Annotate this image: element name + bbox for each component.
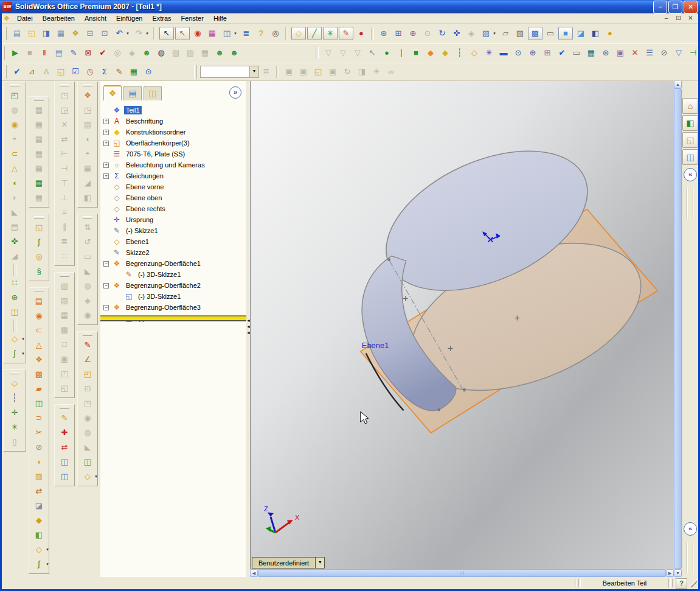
- curve-dropdown-icon[interactable]: ∫▾: [8, 346, 21, 361]
- filter-planes-icon[interactable]: ◇: [468, 47, 481, 59]
- feature-tree-item[interactable]: −❖Begrenzung-Oberfläche3: [102, 302, 244, 313]
- feature-tree-item[interactable]: −❖Begrenzung-Oberfläche2: [102, 280, 244, 291]
- projected-curve-icon[interactable]: ∫: [32, 235, 46, 250]
- move-copy-body-icon[interactable]: ✜: [8, 234, 21, 249]
- reference-plane-dropdown-icon[interactable]: ◇▾: [8, 332, 21, 346]
- feature-tree-item[interactable]: −❖Begrenzung-Oberfläche1: [102, 258, 244, 269]
- edit-block-icon[interactable]: ▣: [297, 66, 310, 78]
- revolved-surface-icon[interactable]: ◉: [32, 309, 46, 323]
- split-panes-icon[interactable]: ◫▾: [220, 27, 234, 40]
- mold-cube-8-icon[interactable]: ◱: [58, 381, 71, 396]
- mold-cube-4-icon[interactable]: ▩: [58, 323, 71, 337]
- search-icon[interactable]: ⊙: [142, 66, 155, 78]
- edit-color-icon[interactable]: ▦: [206, 27, 219, 40]
- chamfer-icon[interactable]: ◣: [8, 205, 21, 220]
- help-icon[interactable]: ?: [254, 27, 268, 40]
- unfold-icon[interactable]: ↺: [81, 235, 94, 250]
- toolbar-grip[interactable]: [60, 275, 69, 277]
- toolbar-grip[interactable]: [10, 84, 19, 86]
- 3d-drawing-view-icon[interactable]: ◈: [465, 27, 478, 40]
- toolbar-grip[interactable]: [83, 84, 92, 86]
- filter-center-marks-icon[interactable]: ⊕: [526, 47, 539, 59]
- task-pane-resources-tab[interactable]: ◧: [682, 115, 698, 131]
- task-pane-home-tab[interactable]: ⌂: [682, 98, 698, 114]
- horizontal-scrollbar-thumb[interactable]: [258, 569, 666, 577]
- dropdown-arrow-icon[interactable]: ▾: [125, 27, 130, 40]
- feature-tree-item[interactable]: ✎Skizze2: [102, 247, 244, 258]
- align-flip-icon[interactable]: ⇄: [58, 132, 71, 147]
- menu-einfuegen[interactable]: Einfügen: [112, 14, 147, 23]
- helix-spiral-icon[interactable]: §: [32, 264, 46, 279]
- sketched-bend-icon[interactable]: ◢: [81, 176, 94, 191]
- feature-tree-item[interactable]: ✎(-) Skizze1: [102, 225, 244, 236]
- edit-sketch-icon[interactable]: ✎: [58, 411, 71, 425]
- graphics-viewport[interactable]: Ebene1 Z X Benutzerdefiniert ▾: [250, 80, 674, 569]
- move-sketch-icon[interactable]: ⇄: [58, 440, 71, 455]
- filter-clear-all-icon[interactable]: ▽: [336, 47, 350, 59]
- untrim-surface-icon[interactable]: ⊘: [32, 440, 46, 455]
- vault-tool-1-icon[interactable]: ▧: [169, 47, 182, 59]
- replace-face-icon[interactable]: ⇄: [32, 484, 46, 498]
- axis-icon[interactable]: ┆: [8, 391, 21, 405]
- design-table-3-icon[interactable]: ▦: [32, 132, 46, 147]
- filter-notes-icon[interactable]: ▭: [570, 47, 583, 59]
- excel-design-table-icon[interactable]: ▦: [32, 176, 46, 191]
- toolbar-grip[interactable]: [10, 372, 19, 374]
- toolbar-grip[interactable]: [4, 27, 7, 40]
- layer-combobox[interactable]: ▾: [200, 66, 259, 78]
- scroll-right-icon[interactable]: ▶: [666, 569, 674, 577]
- thicken-icon[interactable]: ▥: [32, 469, 46, 484]
- filter-sketch-segments-icon[interactable]: ▬: [497, 47, 510, 59]
- flatten-icon[interactable]: ⇅: [81, 220, 94, 235]
- space-evenly-icon[interactable]: ≡: [58, 205, 71, 220]
- standard-views-icon[interactable]: ▧▾: [479, 27, 493, 40]
- propertymanager-tab[interactable]: ▤: [123, 86, 142, 100]
- vertex-point[interactable]: [437, 408, 440, 411]
- filter-weld-symbols-icon[interactable]: ☰: [643, 47, 656, 59]
- menu-hilfe[interactable]: Hilfe: [209, 14, 231, 23]
- task-pane-design-library-tab[interactable]: ◱: [682, 132, 698, 148]
- extruded-boss-icon[interactable]: ◰: [8, 88, 21, 103]
- sphere-tool-icon[interactable]: ◍: [81, 279, 94, 293]
- dropdown-arrow-icon[interactable]: ▾: [233, 27, 238, 40]
- core-icon[interactable]: ◳: [81, 396, 94, 411]
- mdi-close-button[interactable]: ✕: [685, 14, 696, 23]
- feature-tree-item[interactable]: +◱Oberflächenkörper(3): [102, 138, 244, 149]
- plane-label[interactable]: Ebene1: [362, 341, 389, 350]
- tree-expand-toggle[interactable]: −: [103, 261, 109, 267]
- filled-surface-icon[interactable]: ▩: [32, 367, 46, 382]
- select-tool-icon[interactable]: ↖: [159, 27, 174, 40]
- mold-cube-2-icon[interactable]: ▨: [58, 293, 71, 308]
- extruded-cut-icon[interactable]: ◍: [8, 103, 21, 117]
- feature-tree-item[interactable]: +☼Beleuchtung und Kameras: [102, 159, 244, 170]
- task-pane-file-explorer-tab[interactable]: ◫: [682, 149, 698, 165]
- section-view-icon[interactable]: ◧: [589, 27, 602, 40]
- combo-dropdown-icon[interactable]: ▾: [249, 66, 258, 77]
- feature-tree-item[interactable]: +ABeschriftung: [102, 116, 244, 127]
- wireframe-icon[interactable]: ▱: [499, 27, 512, 40]
- check-out-icon[interactable]: ☻: [140, 47, 153, 59]
- shaded-with-edges-icon[interactable]: ▩: [528, 27, 542, 40]
- design-table-1-icon[interactable]: ▦: [32, 103, 46, 117]
- toolbar-grip[interactable]: [83, 216, 92, 219]
- mdi-restore-button[interactable]: ⊡: [673, 14, 684, 23]
- resize-grip[interactable]: [688, 579, 697, 587]
- feature-tree-item[interactable]: ☰7075-T6, Plate (SS): [102, 149, 244, 159]
- filter-edges-icon[interactable]: ❘: [395, 47, 408, 59]
- redo-icon[interactable]: ↷▾: [132, 27, 145, 40]
- toolbar-grip[interactable]: [60, 407, 69, 409]
- vault-tool-3-icon[interactable]: ▦: [198, 47, 212, 59]
- add-sketch-point-icon[interactable]: ✚: [58, 425, 71, 440]
- new-document-icon[interactable]: ▤: [10, 27, 24, 40]
- filter-vertices-icon[interactable]: ●: [380, 47, 393, 59]
- feature-tree-item[interactable]: ✎(-) 3D-Skizze1: [102, 269, 244, 280]
- parting-line-icon[interactable]: ◉: [81, 411, 94, 425]
- print-preview-icon[interactable]: ⊡: [98, 27, 111, 40]
- align-bottom-icon[interactable]: ⊥: [58, 191, 71, 205]
- extruded-surface-icon[interactable]: ▤: [32, 294, 46, 309]
- explode-block-icon[interactable]: ✳: [370, 66, 383, 78]
- filter-solid-bodies-icon[interactable]: ◆: [438, 47, 452, 59]
- swept-boss-icon[interactable]: ⊂: [8, 147, 21, 161]
- quick-tips-help-icon[interactable]: ?: [676, 578, 687, 589]
- filter-invert-icon[interactable]: ▽: [351, 47, 364, 59]
